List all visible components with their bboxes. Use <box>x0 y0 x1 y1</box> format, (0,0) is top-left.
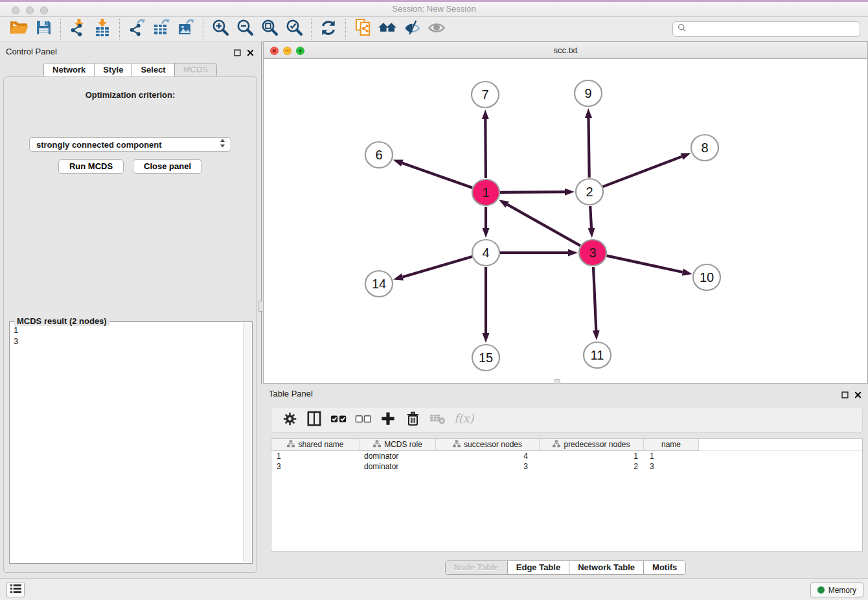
network-close-button[interactable] <box>270 46 279 58</box>
edge-2-9[interactable] <box>585 108 592 178</box>
column-label: MCDS role <box>384 440 422 449</box>
close-panel-icon[interactable] <box>854 389 862 401</box>
run-mcds-button[interactable]: Run MCDS <box>58 159 124 174</box>
search-box[interactable] <box>672 21 860 37</box>
neighbors-button[interactable] <box>375 18 400 40</box>
edge-4-15[interactable] <box>483 267 490 343</box>
close-panel-button[interactable]: Close panel <box>133 159 202 174</box>
edge-4-3[interactable] <box>500 249 578 257</box>
export-image-button[interactable] <box>174 18 198 40</box>
table-settings-button[interactable] <box>277 408 302 432</box>
tab-select[interactable]: Select <box>131 63 174 76</box>
toggle-visibility-button[interactable] <box>400 18 424 40</box>
table-cell[interactable]: dominator <box>360 462 436 471</box>
column-header-successor-nodes[interactable]: successor nodes <box>436 439 540 451</box>
edge-2-3[interactable] <box>588 206 595 238</box>
edge-3-1[interactable] <box>499 200 580 246</box>
splitter-grip-horizontal[interactable] <box>554 379 560 384</box>
node-2[interactable]: 2 <box>576 179 603 205</box>
svg-text:4: 4 <box>482 246 489 260</box>
open-file-button[interactable] <box>6 18 31 40</box>
table-cell[interactable]: 1 <box>271 452 360 461</box>
zoom-window-button[interactable] <box>40 6 48 14</box>
edge-2-8[interactable] <box>603 153 691 187</box>
toolbar-separator <box>119 19 120 40</box>
function-builder-button[interactable]: f(x) <box>450 408 478 432</box>
result-scrollbar[interactable] <box>243 323 251 562</box>
table-cell[interactable]: 1 <box>644 452 699 461</box>
neighbors-icon <box>378 21 397 37</box>
edge-1-7[interactable] <box>482 110 489 178</box>
node-4[interactable]: 4 <box>472 240 499 266</box>
export-network-button[interactable] <box>124 18 149 40</box>
node-10[interactable]: 10 <box>693 264 720 290</box>
delete-column-button[interactable] <box>400 408 425 432</box>
node-11[interactable]: 11 <box>584 342 611 368</box>
node-7[interactable]: 7 <box>472 82 499 108</box>
zoom-out-button[interactable] <box>233 18 257 40</box>
close-panel-icon[interactable] <box>247 47 254 59</box>
table-cell[interactable]: 1 <box>540 452 644 461</box>
network-canvas[interactable]: 7968124314101511 <box>264 59 867 383</box>
edge-1-4[interactable] <box>483 207 490 238</box>
criterion-dropdown[interactable]: strongly connected component <box>29 137 231 152</box>
float-panel-icon[interactable] <box>841 389 849 401</box>
table-cell[interactable]: 3 <box>271 462 360 471</box>
zoom-selected-button[interactable] <box>282 18 306 40</box>
memory-button[interactable]: Memory <box>810 583 863 597</box>
zoom-in-button[interactable] <box>208 18 233 40</box>
edge-3-10[interactable] <box>607 256 692 276</box>
select-all-button[interactable] <box>326 408 351 432</box>
edge-1-6[interactable] <box>393 159 473 187</box>
save-session-button[interactable] <box>31 18 56 40</box>
edge-4-14[interactable] <box>393 257 472 281</box>
edge-1-2[interactable] <box>500 189 575 196</box>
column-header-name[interactable]: name <box>644 439 699 451</box>
node-3[interactable]: 3 <box>579 240 606 266</box>
search-icon <box>678 23 687 35</box>
tab-motifs[interactable]: Motifs <box>643 561 685 574</box>
search-input[interactable] <box>690 24 855 34</box>
table-row[interactable]: 1dominator411 <box>271 451 862 461</box>
import-table-button[interactable] <box>90 18 115 40</box>
show-panels-button[interactable] <box>6 582 25 597</box>
float-panel-icon[interactable] <box>234 47 241 59</box>
column-header-predecessor-nodes[interactable]: predecessor nodes <box>540 439 644 451</box>
node-15[interactable]: 15 <box>472 345 499 371</box>
table-cell[interactable]: 4 <box>436 452 540 461</box>
edge-3-11[interactable] <box>593 267 600 340</box>
zoom-fit-button[interactable] <box>257 18 282 40</box>
eye-disabled-button[interactable] <box>424 18 449 40</box>
tab-edge-table[interactable]: Edge Table <box>507 561 569 574</box>
node-8[interactable]: 8 <box>691 135 718 161</box>
network-minimize-button[interactable] <box>283 46 291 58</box>
node-6[interactable]: 6 <box>365 142 393 168</box>
node-1[interactable]: 1 <box>472 179 499 205</box>
tab-node-table[interactable]: Node Table <box>446 561 507 574</box>
delete-table-button[interactable] <box>425 408 450 432</box>
close-window-button[interactable] <box>12 6 19 14</box>
table-cell[interactable]: 2 <box>540 462 644 471</box>
table-cell[interactable]: 3 <box>436 462 540 471</box>
column-header-MCDS-role[interactable]: MCDS role <box>360 439 436 451</box>
node-14[interactable]: 14 <box>365 271 393 297</box>
tab-network[interactable]: Network <box>44 63 94 76</box>
export-table-button[interactable] <box>149 18 174 40</box>
add-column-button[interactable] <box>376 408 400 432</box>
node-9[interactable]: 9 <box>575 80 602 106</box>
tab-mcds[interactable]: MCDS <box>174 63 216 76</box>
vertical-splitter[interactable] <box>261 41 262 384</box>
import-network-button[interactable] <box>65 18 90 40</box>
unselect-all-button[interactable] <box>351 408 376 432</box>
refresh-layout-button[interactable] <box>316 18 341 40</box>
table-cell[interactable]: dominator <box>360 452 436 461</box>
columns-button[interactable] <box>302 408 326 432</box>
duplicate-network-button[interactable] <box>350 18 375 40</box>
table-cell[interactable]: 3 <box>644 462 699 471</box>
network-maximize-button[interactable] <box>296 46 304 58</box>
table-row[interactable]: 3dominator323 <box>271 461 862 472</box>
tab-style[interactable]: Style <box>94 63 131 76</box>
minimize-window-button[interactable] <box>26 6 34 14</box>
column-header-shared-name[interactable]: shared name <box>271 439 360 451</box>
tab-network-table[interactable]: Network Table <box>569 561 643 574</box>
